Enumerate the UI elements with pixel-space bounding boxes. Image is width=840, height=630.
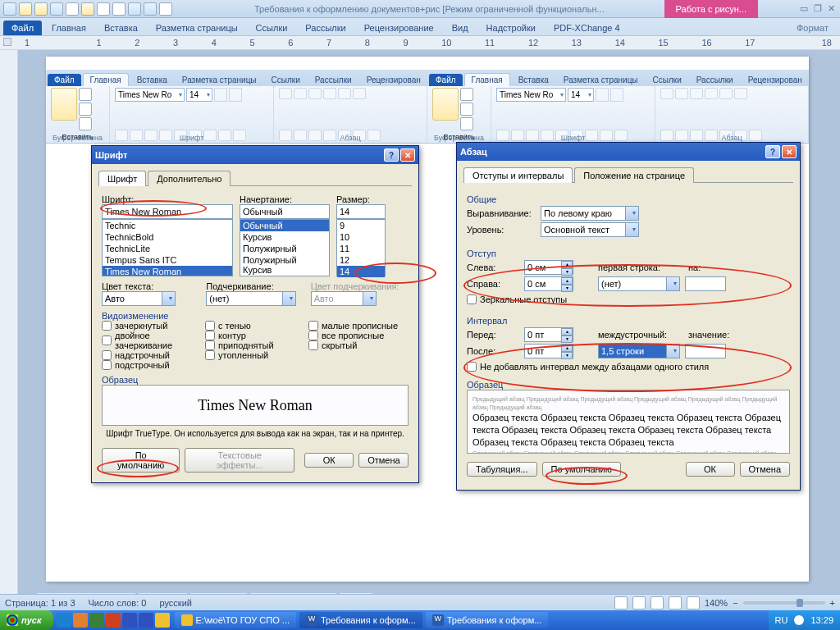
font-size-combo[interactable]: 14 [186, 88, 212, 102]
view-outline-icon[interactable] [669, 596, 682, 609]
close-icon[interactable]: ✕ [826, 3, 837, 14]
underline-dropdown[interactable]: (нет) [206, 291, 296, 306]
inner2-tab-refs[interactable]: Ссылки [646, 74, 688, 86]
bullets-icon[interactable] [279, 88, 292, 99]
indent-right-input[interactable]: 0 см▴▾ [524, 276, 573, 291]
tab-view[interactable]: Вид [444, 21, 477, 35]
tab-references[interactable]: Ссылки [248, 21, 296, 35]
qat-email-icon[interactable] [66, 2, 79, 16]
firstline-dropdown[interactable]: (нет) [598, 276, 680, 291]
para-ok-button[interactable]: ОК [686, 462, 735, 477]
copy-icon[interactable] [79, 103, 92, 116]
tab-review[interactable]: Рецензирование [356, 21, 442, 35]
horizontal-ruler[interactable]: 1 1 2 3 4 5 6 7 8 9 10 11 12 13 14 15 16… [0, 36, 840, 50]
paste-icon[interactable] [51, 88, 77, 121]
tab-file[interactable]: Файл [3, 21, 42, 35]
qat-table-icon[interactable] [159, 2, 172, 16]
tab-format[interactable]: Формат [785, 21, 840, 35]
inner-tab-review[interactable]: Рецензирован [360, 74, 427, 86]
tray-time[interactable]: 13:29 [810, 615, 833, 625]
ql-desktop-icon[interactable] [122, 613, 137, 628]
chk-strike[interactable]: зачеркнутый [102, 321, 202, 331]
font-name-combo[interactable]: Times New Ro [115, 88, 185, 102]
inner2-tab-file[interactable]: Файл [429, 74, 463, 86]
qat-print-icon[interactable] [81, 2, 94, 16]
qat-undo-icon[interactable] [128, 2, 141, 16]
taskbar-item-explorer[interactable]: E:\моё\ТО ГОУ СПО ... [175, 612, 296, 628]
inner2-tab-mail[interactable]: Рассылки [690, 74, 740, 86]
inner-tab-home[interactable]: Главная [83, 73, 129, 86]
qat-redo-icon[interactable] [144, 2, 157, 16]
inner-tab-file[interactable]: Файл [48, 74, 81, 86]
inner2-tab-review[interactable]: Рецензирован [742, 74, 809, 86]
ql-utorrent-icon[interactable] [89, 613, 104, 628]
ql-folder-icon[interactable] [155, 613, 170, 628]
ok-button[interactable]: ОК [304, 453, 354, 468]
indent-left-input[interactable]: 0 см▴▾ [524, 260, 573, 275]
qat-save-icon[interactable] [50, 2, 63, 16]
vertical-ruler[interactable] [0, 50, 18, 610]
style-listbox[interactable]: Обычный Курсив Полужирный Полужирный Кур… [240, 219, 330, 276]
inner-tab-layout[interactable]: Разметка страницы [176, 74, 263, 86]
chk-emboss[interactable]: приподнятый [205, 340, 305, 350]
zoom-in-icon[interactable]: + [830, 598, 835, 608]
chk-mirror-indent[interactable]: Зеркальные отступы [467, 294, 790, 304]
status-lang[interactable]: русский [159, 598, 191, 608]
indent-decrease-icon[interactable] [323, 88, 336, 99]
chk-dstrike[interactable]: двойное зачеркивание [102, 331, 202, 350]
level-dropdown[interactable]: Основной текст [541, 222, 639, 237]
grow-font-icon[interactable] [214, 88, 227, 102]
chk-outline[interactable]: контур [205, 331, 305, 340]
tab-mailings[interactable]: Рассылки [297, 21, 354, 35]
tab-selector[interactable] [3, 38, 11, 46]
cut-icon-2[interactable] [460, 88, 473, 101]
size-listbox[interactable]: 9 10 11 12 14 [336, 219, 386, 276]
zoom-out-icon[interactable]: − [733, 598, 737, 608]
taskbar-item-word-2[interactable]: W Требования к оформ... [426, 612, 549, 628]
chk-shadow[interactable]: с тенью [205, 321, 305, 331]
zoom-level[interactable]: 140% [705, 598, 728, 608]
minimize-icon[interactable]: ▭ [798, 3, 810, 14]
cancel-button[interactable]: Отмена [358, 453, 409, 468]
font-color-dropdown[interactable]: Авто [102, 291, 176, 306]
default-button[interactable]: По умолчанию [102, 448, 180, 472]
view-read-icon[interactable] [632, 596, 646, 609]
shrink-font-icon[interactable] [229, 88, 242, 102]
inner-tab-refs[interactable]: Ссылки [265, 74, 307, 86]
status-words[interactable]: Число слов: 0 [89, 598, 147, 608]
inner2-tab-home[interactable]: Главная [464, 73, 510, 86]
indent-spacing-tab[interactable]: Отступы и интервалы [463, 167, 573, 183]
ql-opera-icon[interactable] [106, 613, 121, 628]
chk-super[interactable]: надстрочный [102, 350, 202, 360]
para-default-button[interactable]: По умолчанию [542, 462, 621, 477]
font-size-combo-2[interactable]: 14 [568, 88, 594, 102]
view-draft-icon[interactable] [687, 596, 700, 609]
taskbar-item-word-1[interactable]: W Требования к оформ... [299, 612, 422, 628]
view-web-icon[interactable] [651, 596, 664, 609]
tab-pdf[interactable]: PDF-XChange 4 [546, 21, 628, 35]
para-cancel-button[interactable]: Отмена [740, 462, 790, 477]
tabs-button[interactable]: Табуляция... [467, 462, 537, 477]
chk-hidden[interactable]: скрытый [308, 340, 409, 350]
chk-smallcaps[interactable]: малые прописные [308, 321, 409, 331]
tray-icon[interactable] [794, 615, 804, 625]
tab-home[interactable]: Главная [43, 21, 94, 35]
chk-engrave[interactable]: утопленный [205, 350, 305, 360]
tray-lang[interactable]: RU [775, 615, 788, 625]
inner2-tab-layout[interactable]: Разметка страницы [557, 74, 645, 86]
format-painter-icon[interactable] [79, 117, 92, 130]
page-position-tab[interactable]: Положение на странице [574, 167, 694, 183]
ql-wmp-icon[interactable] [139, 613, 153, 628]
tab-addins[interactable]: Надстройки [478, 21, 544, 35]
font-listbox[interactable]: Technic TechnicBold TechnicLite Tempus S… [102, 219, 233, 276]
para-close-icon[interactable]: ✕ [782, 145, 797, 158]
ql-ie-icon[interactable] [57, 613, 71, 628]
qat-open-icon[interactable] [34, 2, 48, 16]
indent-increase-icon[interactable] [338, 88, 351, 99]
chk-no-space[interactable]: Не добавлять интервал между абзацами одн… [467, 362, 790, 372]
tab-layout[interactable]: Разметка страницы [148, 21, 246, 35]
inner2-tab-insert[interactable]: Вставка [512, 74, 555, 86]
status-page[interactable]: Страница: 1 из 3 [5, 598, 75, 608]
view-print-icon[interactable] [614, 596, 628, 609]
qat-preview-icon[interactable] [97, 2, 110, 16]
